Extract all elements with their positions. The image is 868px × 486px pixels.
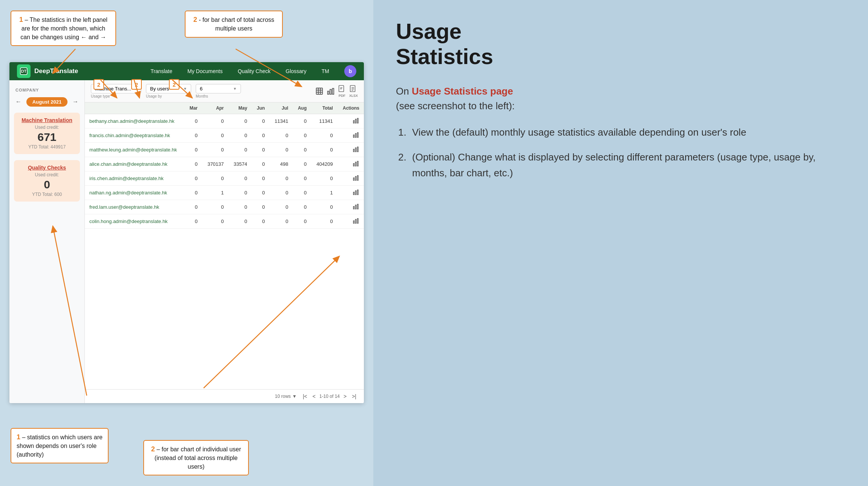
badge-2-usage-type: 2	[94, 79, 104, 90]
col-aug: Aug	[293, 102, 311, 114]
nav-quality-check[interactable]: Quality Check	[238, 68, 270, 74]
left-panel: 1 – The statistics in the left panel are…	[0, 0, 373, 486]
svg-rect-23	[353, 135, 354, 138]
app-body: COMPANY ← August 2021 → Machine Translat…	[9, 80, 364, 403]
month-prev-btn[interactable]: ←	[12, 97, 25, 107]
cell-apr: 0	[202, 171, 229, 186]
cell-mar: 0	[184, 200, 202, 214]
cell-may: 0	[229, 171, 252, 186]
rows-select[interactable]: 10 rows ▼	[275, 394, 297, 399]
last-page-btn[interactable]: >|	[350, 393, 358, 400]
cell-mar: 0	[184, 157, 202, 171]
cell-mar: 0	[184, 186, 202, 200]
filter-actions: PDF XLSX	[315, 85, 358, 98]
cell-aug: 0	[293, 143, 311, 157]
table-row: colin.hong.admin@deeptranslate.hk0000000	[85, 214, 364, 229]
cell-actions	[337, 186, 364, 200]
row-bar-chart-btn[interactable]	[353, 205, 359, 211]
svg-rect-40	[357, 204, 358, 209]
svg-rect-37	[357, 190, 358, 195]
cell-apr: 0	[202, 128, 229, 143]
xlsx-icon-btn[interactable]: XLSX	[349, 85, 358, 98]
cell-apr: 0	[202, 200, 229, 214]
nav-my-documents[interactable]: My Documents	[187, 68, 222, 74]
right-panel: UsageStatistics On Usage Statistics page…	[373, 0, 868, 486]
cell-actions	[337, 114, 364, 128]
month-nav: ← August 2021 →	[9, 97, 84, 107]
month-next-btn[interactable]: →	[69, 97, 81, 107]
cell-email: francis.chin.admin@deeptranslate.hk	[85, 128, 184, 143]
annotation-bot-left: 1 – statistics on which users are shown …	[11, 428, 109, 463]
page-controls: |< < 1-10 of 14 > >|	[301, 393, 358, 400]
cell-total: 404209	[311, 157, 337, 171]
row-bar-chart-btn[interactable]	[353, 134, 359, 139]
col-actions: Actions	[337, 102, 364, 114]
prev-page-btn[interactable]: <	[311, 393, 317, 400]
svg-rect-43	[357, 219, 358, 223]
table-header-row: Mar Apr May Jun Jul Aug Total Actions	[85, 102, 364, 114]
nav-glossary[interactable]: Glossary	[286, 68, 307, 74]
row-bar-chart-btn[interactable]	[353, 220, 359, 225]
months-control[interactable]: 6 ▼	[196, 84, 241, 93]
svg-rect-21	[356, 119, 356, 123]
row-bar-chart-btn[interactable]	[353, 177, 359, 182]
filter-bar: Machine Trans... ▼ Usage type By users ▼…	[85, 80, 364, 102]
col-may: May	[229, 102, 252, 114]
table-row: iris.chen.admin@deeptranslate.hk0000000	[85, 171, 364, 186]
cell-email: colin.hong.admin@deeptranslate.hk	[85, 214, 184, 229]
cell-actions	[337, 143, 364, 157]
right-intro: On Usage Statistics page (see screenshot…	[396, 84, 845, 113]
svg-rect-41	[353, 221, 354, 223]
app-nav-items: Translate My Documents Quality Check Glo…	[150, 65, 356, 77]
cell-total: 0	[311, 171, 337, 186]
qc-card-value: 0	[19, 178, 75, 191]
page-info: 1-10 of 14	[319, 394, 340, 399]
cell-aug: 0	[293, 171, 311, 186]
cell-email: alice.chan.admin@deeptranslate.hk	[85, 157, 184, 171]
cell-aug: 0	[293, 200, 311, 214]
app-screenshot: DT DeepTranslate Translate My Documents …	[9, 62, 364, 403]
bar-chart-icon-btn[interactable]	[327, 87, 335, 95]
quality-checks-card: Quality Checks Used credit: 0 YTD Total:…	[14, 160, 80, 202]
app-navbar: DT DeepTranslate Translate My Documents …	[9, 62, 364, 80]
usage-by-label: Usage by	[146, 94, 191, 98]
qc-card-ytd: YTD Total: 600	[19, 192, 75, 197]
nav-tm[interactable]: TM	[322, 68, 329, 74]
usage-type-label: Usage type	[91, 94, 141, 98]
mt-card-value: 671	[19, 131, 75, 144]
svg-rect-30	[356, 162, 356, 166]
next-page-btn[interactable]: >	[342, 393, 348, 400]
cell-actions	[337, 214, 364, 229]
cell-may: 33574	[229, 157, 252, 171]
col-jun: Jun	[252, 102, 270, 114]
cell-jul: 498	[269, 157, 293, 171]
pdf-icon-btn[interactable]: PDF	[338, 85, 346, 98]
svg-rect-29	[353, 164, 354, 166]
cell-actions	[337, 200, 364, 214]
app-avatar[interactable]: b	[344, 65, 356, 77]
cell-actions	[337, 171, 364, 186]
mt-card-label: Used credit:	[19, 125, 75, 130]
cell-email: fred.lam.user@deeptranslate.hk	[85, 200, 184, 214]
table-row: matthew.leung.admin@deeptranslate.hk0000…	[85, 143, 364, 157]
cell-apr: 0	[202, 214, 229, 229]
svg-rect-42	[356, 219, 356, 223]
row-bar-chart-btn[interactable]	[353, 119, 359, 125]
nav-translate[interactable]: Translate	[150, 68, 172, 74]
cell-aug: 0	[293, 128, 311, 143]
right-list: View the (default) monthly usage statist…	[396, 125, 845, 181]
svg-text:DT: DT	[21, 69, 27, 73]
cell-jul: 11341	[269, 114, 293, 128]
annotation-top-left: 1 – The statistics in the left panel are…	[11, 11, 116, 46]
table-icon-btn[interactable]	[315, 87, 324, 95]
row-bar-chart-btn[interactable]	[353, 162, 359, 168]
mt-card-title: Machine Translation	[19, 117, 75, 123]
table-row: alice.chan.admin@deeptranslate.hk0370137…	[85, 157, 364, 171]
row-bar-chart-btn[interactable]	[353, 148, 359, 154]
machine-translation-card: Machine Translation Used credit: 671 YTD…	[14, 113, 80, 154]
mt-card-ytd: YTD Total: 449917	[19, 144, 75, 150]
svg-rect-28	[357, 147, 358, 152]
svg-rect-19	[350, 86, 355, 92]
row-bar-chart-btn[interactable]	[353, 191, 359, 197]
first-page-btn[interactable]: |<	[301, 393, 309, 400]
